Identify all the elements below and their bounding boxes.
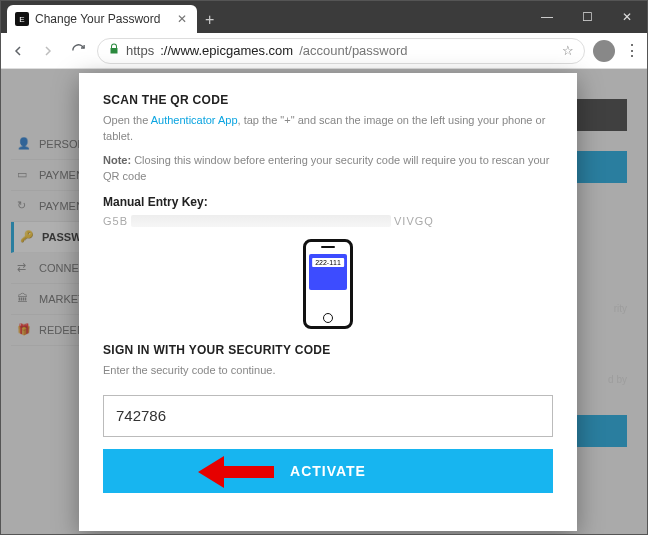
forward-button[interactable] (37, 40, 59, 62)
address-bar[interactable]: https://www.epicgames.com/account/passwo… (97, 38, 585, 64)
bookmark-icon[interactable]: ☆ (562, 43, 574, 58)
security-code-input[interactable] (103, 395, 553, 437)
toolbar: https://www.epicgames.com/account/passwo… (1, 33, 647, 69)
url-scheme: https (126, 43, 154, 58)
section-heading-signin: SIGN IN WITH YOUR SECURITY CODE (103, 343, 553, 357)
manual-entry-key: G5B VIVGQ (103, 215, 553, 227)
manual-key-label: Manual Entry Key: (103, 195, 553, 209)
page-body: 👤PERSON ▭PAYMEN ↻PAYMEN 🔑PASSW ⇄CONNE 🏛M… (1, 69, 647, 535)
lock-icon (108, 43, 120, 58)
reload-button[interactable] (67, 40, 89, 62)
minimize-button[interactable]: — (527, 1, 567, 33)
url-host: ://www.epicgames.com (160, 43, 293, 58)
window-controls: — ☐ ✕ (527, 1, 647, 33)
phone-icon: 222-111 (303, 239, 353, 329)
section-heading-scan: SCAN THE QR CODE (103, 93, 553, 107)
text: Open the (103, 114, 151, 126)
tab-title: Change Your Password (35, 12, 160, 26)
browser-tab[interactable]: E Change Your Password ✕ (7, 5, 197, 33)
back-button[interactable] (7, 40, 29, 62)
window-titlebar: E Change Your Password ✕ + — ☐ ✕ (1, 1, 647, 33)
activate-button[interactable]: ACTIVATE (103, 449, 553, 493)
scan-note: Note: Closing this window before enterin… (103, 153, 553, 185)
new-tab-button[interactable]: + (197, 7, 222, 33)
note-text: Closing this window before entering your… (103, 154, 549, 182)
key-suffix: VIVGQ (394, 215, 434, 227)
authenticator-app-link[interactable]: Authenticator App (151, 114, 238, 126)
tab-favicon: E (15, 12, 29, 26)
key-prefix: G5B (103, 215, 128, 227)
url-path: /account/password (299, 43, 407, 58)
close-window-button[interactable]: ✕ (607, 1, 647, 33)
two-factor-modal: SCAN THE QR CODE Open the Authenticator … (79, 73, 577, 531)
signin-instructions: Enter the security code to continue. (103, 363, 553, 379)
browser-menu-button[interactable]: ⋮ (623, 41, 641, 60)
note-label: Note: (103, 154, 131, 166)
scan-instructions: Open the Authenticator App, tap the "+" … (103, 113, 553, 145)
key-redacted (131, 215, 391, 227)
phone-illustration-wrap: 222-111 (103, 239, 553, 329)
maximize-button[interactable]: ☐ (567, 1, 607, 33)
tab-close-icon[interactable]: ✕ (177, 12, 187, 26)
phone-sample-code: 222-111 (312, 258, 344, 267)
profile-avatar[interactable] (593, 40, 615, 62)
